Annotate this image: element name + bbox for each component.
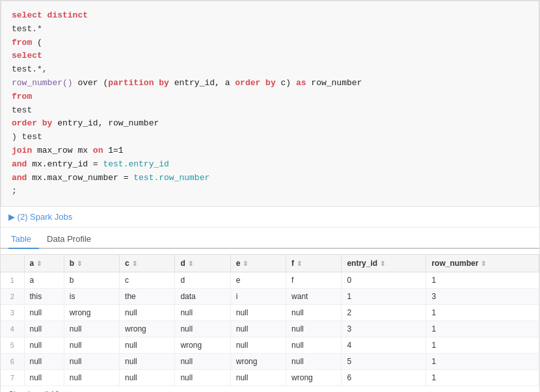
table-cell-f: f (286, 272, 342, 289)
table-col-header-d[interactable]: d⇕ (175, 255, 230, 272)
table-cell-d: null (175, 354, 230, 370)
table-col-header-row_number[interactable]: row_number⇕ (426, 255, 539, 272)
code-line: and mx.entry_id = test.entry_id (12, 158, 528, 172)
table-cell-c: the (120, 289, 175, 305)
code-token: and (12, 173, 27, 183)
code-token: mx.max_row_number (27, 173, 123, 183)
code-token: order by (12, 118, 52, 128)
table-col-header-b[interactable]: b⇕ (64, 255, 119, 272)
code-token: entry_id, row_number (52, 118, 159, 128)
table-body: 1abcdef012thisisthedataiwant133nullwrong… (1, 272, 539, 386)
table-cell-entry_id: 6 (342, 370, 426, 386)
code-line: test.* (12, 23, 528, 36)
table-cell-entry_id: 4 (342, 337, 426, 354)
table-cell-a: null (24, 337, 64, 354)
sort-icon: ⇕ (77, 260, 82, 267)
code-line: from (12, 90, 528, 104)
table-cell-e: null (230, 370, 286, 386)
table-cell-d: wrong (175, 337, 230, 354)
code-token: from (12, 92, 32, 101)
table-cell-f: null (286, 321, 342, 337)
tab-table[interactable]: Table (8, 230, 39, 249)
table-cell-a: null (24, 370, 64, 386)
table-cell-row_number: 1 (426, 370, 539, 386)
table-cell-entry_id: 0 (342, 272, 426, 289)
table-cell-a: null (24, 321, 64, 337)
table-cell-b: b (64, 272, 119, 289)
code-line: join max_row mx on 1=1 (12, 144, 528, 158)
table-row: 3nullwrongnullnullnullnull21 (1, 305, 539, 321)
table-cell-a: null (24, 354, 64, 370)
table-cell-b: null (64, 337, 119, 354)
code-token: over ( (73, 78, 109, 88)
code-line: test (12, 104, 528, 118)
table-row: 7nullnullnullnullnullwrong61 (1, 370, 539, 386)
spark-jobs-section[interactable]: ▶ (2) Spark Jobs (1, 207, 539, 228)
code-token: ( (32, 38, 42, 47)
table-cell-entry_id: 3 (342, 321, 426, 337)
code-token: row_number (306, 78, 362, 88)
code-token: 1=1 (103, 146, 123, 155)
table-cell-b: null (64, 370, 119, 386)
table-cell-rownum: 5 (1, 337, 24, 354)
code-line: order by entry_id, row_number (12, 117, 528, 131)
table-cell-c: null (120, 370, 175, 386)
table-row: 2thisisthedataiwant13 (1, 289, 539, 305)
table-cell-c: null (120, 354, 175, 370)
code-line: test.*, (12, 63, 528, 77)
data-table: a⇕b⇕c⇕d⇕e⇕f⇕entry_id⇕row_number⇕ 1abcdef… (1, 254, 539, 386)
code-token: = (93, 159, 98, 169)
code-token: partition by (108, 78, 169, 88)
table-cell-e: null (230, 321, 286, 337)
sort-icon: ⇕ (188, 260, 193, 267)
table-cell-row_number: 3 (426, 289, 539, 305)
table-cell-entry_id: 2 (342, 305, 426, 321)
table-cell-e: null (230, 305, 286, 321)
table-cell-f: want (286, 289, 342, 305)
table-cell-b: null (64, 354, 119, 370)
table-cell-a: a (24, 272, 64, 289)
code-token: test.row_number (128, 173, 209, 183)
code-line: from ( (12, 36, 528, 50)
sort-icon: ⇕ (132, 260, 137, 267)
table-row: 1abcdef01 (1, 272, 539, 289)
sort-icon: ⇕ (380, 260, 385, 267)
table-col-header-e[interactable]: e⇕ (230, 255, 286, 272)
table-cell-rownum: 3 (1, 305, 24, 321)
table-cell-row_number: 1 (426, 354, 539, 370)
table-cell-rownum: 4 (1, 321, 24, 337)
sort-icon: ⇕ (481, 260, 486, 267)
table-cell-e: i (230, 289, 286, 305)
table-cell-entry_id: 1 (342, 289, 426, 305)
code-token: select distinct (12, 10, 88, 20)
code-token: test.entry_id (98, 159, 169, 169)
tab-data-profile[interactable]: Data Profile (44, 230, 99, 249)
sort-icon: ⇕ (243, 260, 248, 267)
table-row: 6nullnullnullnullwrongnull51 (1, 354, 539, 370)
code-line: and mx.max_row_number = test.row_number (12, 172, 528, 185)
table-cell-row_number: 1 (426, 305, 539, 321)
table-cell-b: wrong (64, 305, 119, 321)
table-cell-c: null (120, 305, 175, 321)
table-cell-e: e (230, 272, 286, 289)
table-cell-entry_id: 5 (342, 354, 426, 370)
code-token: row_number() (12, 78, 73, 88)
code-line: ) test (12, 131, 528, 144)
code-token: c) (276, 78, 296, 88)
table-col-header-f[interactable]: f⇕ (286, 255, 342, 272)
table-col-header-entry_id[interactable]: entry_id⇕ (342, 255, 426, 272)
code-token: order by (235, 78, 275, 88)
table-cell-f: null (286, 354, 342, 370)
code-line: row_number() over (partition by entry_id… (12, 77, 528, 90)
table-col-header-a[interactable]: a⇕ (24, 255, 64, 272)
table-cell-a: null (24, 305, 64, 321)
table-cell-e: null (230, 337, 286, 354)
code-token: on (93, 146, 103, 155)
table-col-header-c[interactable]: c⇕ (120, 255, 175, 272)
table-cell-d: data (175, 289, 230, 305)
code-token: entry_id, a (169, 78, 235, 88)
table-cell-d: null (175, 305, 230, 321)
table-cell-row_number: 1 (426, 272, 539, 289)
code-token: max_row mx (32, 146, 93, 155)
table-cell-rownum: 1 (1, 272, 24, 289)
